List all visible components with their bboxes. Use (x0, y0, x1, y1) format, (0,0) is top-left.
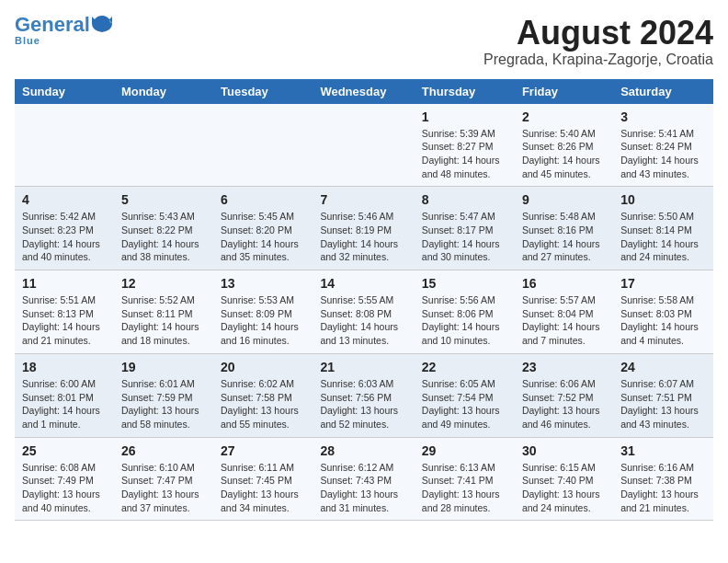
day-info: Sunrise: 6:15 AM Sunset: 7:40 PM Dayligh… (522, 461, 606, 515)
day-number: 5 (121, 192, 206, 207)
logo-icon (92, 14, 112, 34)
calendar-cell: 5Sunrise: 5:43 AM Sunset: 8:22 PM Daylig… (114, 187, 213, 270)
title-block: August 2024 Pregrada, Krapina-Zagorje, C… (483, 15, 713, 68)
calendar-cell: 17Sunrise: 5:58 AM Sunset: 8:03 PM Dayli… (613, 270, 713, 354)
day-info: Sunrise: 5:50 AM Sunset: 8:14 PM Dayligh… (620, 210, 706, 264)
calendar-cell (313, 104, 414, 187)
calendar-cell: 31Sunrise: 6:16 AM Sunset: 7:38 PM Dayli… (613, 437, 713, 521)
calendar-week-5: 25Sunrise: 6:08 AM Sunset: 7:49 PM Dayli… (15, 437, 713, 521)
day-info: Sunrise: 5:52 AM Sunset: 8:11 PM Dayligh… (121, 293, 206, 348)
day-info: Sunrise: 5:41 AM Sunset: 8:24 PM Dayligh… (620, 127, 706, 181)
calendar-cell: 27Sunrise: 6:11 AM Sunset: 7:45 PM Dayli… (213, 437, 313, 521)
calendar-cell: 24Sunrise: 6:07 AM Sunset: 7:51 PM Dayli… (613, 353, 713, 437)
day-info: Sunrise: 5:55 AM Sunset: 8:08 PM Dayligh… (320, 293, 406, 348)
calendar-cell: 19Sunrise: 6:01 AM Sunset: 7:59 PM Dayli… (114, 353, 213, 437)
calendar-cell: 4Sunrise: 5:42 AM Sunset: 8:23 PM Daylig… (15, 187, 114, 270)
page-header: General Blue August 2024 Pregrada, Krapi… (15, 15, 713, 68)
day-info: Sunrise: 6:03 AM Sunset: 7:56 PM Dayligh… (320, 377, 406, 431)
day-number: 26 (121, 443, 206, 458)
calendar-week-4: 18Sunrise: 6:00 AM Sunset: 8:01 PM Dayli… (15, 353, 713, 437)
calendar-cell: 14Sunrise: 5:55 AM Sunset: 8:08 PM Dayli… (313, 270, 414, 354)
day-info: Sunrise: 5:57 AM Sunset: 8:04 PM Dayligh… (522, 293, 606, 348)
calendar-cell (213, 104, 313, 187)
day-number: 4 (22, 192, 107, 207)
calendar-cell: 15Sunrise: 5:56 AM Sunset: 8:06 PM Dayli… (415, 270, 515, 354)
day-info: Sunrise: 6:10 AM Sunset: 7:47 PM Dayligh… (121, 461, 206, 515)
logo-blue: Blue (15, 35, 40, 46)
calendar-cell (15, 104, 114, 187)
day-number: 24 (620, 360, 706, 374)
calendar-cell: 29Sunrise: 6:13 AM Sunset: 7:41 PM Dayli… (415, 437, 515, 521)
calendar-cell: 25Sunrise: 6:08 AM Sunset: 7:49 PM Dayli… (15, 437, 114, 521)
day-number: 13 (221, 276, 305, 291)
weekday-header-friday: Friday (515, 79, 613, 104)
day-number: 7 (320, 192, 406, 207)
day-info: Sunrise: 5:45 AM Sunset: 8:20 PM Dayligh… (221, 210, 305, 264)
day-number: 11 (22, 276, 107, 291)
day-info: Sunrise: 5:47 AM Sunset: 8:17 PM Dayligh… (422, 210, 507, 264)
day-number: 25 (22, 443, 107, 458)
calendar-cell: 20Sunrise: 6:02 AM Sunset: 7:58 PM Dayli… (213, 353, 313, 437)
calendar-week-3: 11Sunrise: 5:51 AM Sunset: 8:13 PM Dayli… (15, 270, 713, 354)
day-info: Sunrise: 6:06 AM Sunset: 7:52 PM Dayligh… (522, 377, 606, 431)
calendar-cell: 23Sunrise: 6:06 AM Sunset: 7:52 PM Dayli… (515, 353, 613, 437)
day-info: Sunrise: 5:39 AM Sunset: 8:27 PM Dayligh… (422, 127, 507, 181)
calendar-week-2: 4Sunrise: 5:42 AM Sunset: 8:23 PM Daylig… (15, 187, 713, 270)
location: Pregrada, Krapina-Zagorje, Croatia (483, 52, 713, 68)
calendar-cell: 1Sunrise: 5:39 AM Sunset: 8:27 PM Daylig… (415, 104, 515, 187)
calendar-cell: 3Sunrise: 5:41 AM Sunset: 8:24 PM Daylig… (613, 104, 713, 187)
calendar-table: SundayMondayTuesdayWednesdayThursdayFrid… (15, 79, 713, 522)
day-info: Sunrise: 5:40 AM Sunset: 8:26 PM Dayligh… (522, 127, 606, 181)
calendar-cell: 30Sunrise: 6:15 AM Sunset: 7:40 PM Dayli… (515, 437, 613, 521)
weekday-header-tuesday: Tuesday (213, 79, 313, 104)
weekday-header-row: SundayMondayTuesdayWednesdayThursdayFrid… (15, 79, 713, 104)
calendar-cell: 2Sunrise: 5:40 AM Sunset: 8:26 PM Daylig… (515, 104, 613, 187)
day-number: 22 (422, 360, 507, 374)
day-info: Sunrise: 5:58 AM Sunset: 8:03 PM Dayligh… (620, 293, 706, 348)
day-info: Sunrise: 6:00 AM Sunset: 8:01 PM Dayligh… (22, 377, 107, 431)
day-number: 29 (422, 443, 507, 458)
calendar-cell: 8Sunrise: 5:47 AM Sunset: 8:17 PM Daylig… (415, 187, 515, 270)
calendar-cell: 18Sunrise: 6:00 AM Sunset: 8:01 PM Dayli… (15, 353, 114, 437)
calendar-cell: 28Sunrise: 6:12 AM Sunset: 7:43 PM Dayli… (313, 437, 414, 521)
day-number: 12 (121, 276, 206, 291)
day-info: Sunrise: 6:07 AM Sunset: 7:51 PM Dayligh… (620, 377, 706, 431)
day-number: 17 (620, 276, 706, 291)
calendar-cell (114, 104, 213, 187)
calendar-cell: 7Sunrise: 5:46 AM Sunset: 8:19 PM Daylig… (313, 187, 414, 270)
day-number: 16 (522, 276, 606, 291)
day-info: Sunrise: 5:51 AM Sunset: 8:13 PM Dayligh… (22, 293, 107, 348)
day-number: 28 (320, 443, 406, 458)
day-number: 1 (422, 109, 507, 124)
calendar-cell: 22Sunrise: 6:05 AM Sunset: 7:54 PM Dayli… (415, 353, 515, 437)
calendar-week-1: 1Sunrise: 5:39 AM Sunset: 8:27 PM Daylig… (15, 104, 713, 187)
calendar-cell: 12Sunrise: 5:52 AM Sunset: 8:11 PM Dayli… (114, 270, 213, 354)
day-number: 9 (522, 192, 606, 207)
day-number: 2 (522, 109, 606, 124)
weekday-header-saturday: Saturday (613, 79, 713, 104)
day-info: Sunrise: 5:46 AM Sunset: 8:19 PM Dayligh… (320, 210, 406, 264)
logo: General Blue (15, 15, 112, 46)
day-info: Sunrise: 6:12 AM Sunset: 7:43 PM Dayligh… (320, 461, 406, 515)
logo-text: General (15, 15, 90, 35)
calendar-cell: 11Sunrise: 5:51 AM Sunset: 8:13 PM Dayli… (15, 270, 114, 354)
day-info: Sunrise: 6:01 AM Sunset: 7:59 PM Dayligh… (121, 377, 206, 431)
day-info: Sunrise: 5:48 AM Sunset: 8:16 PM Dayligh… (522, 210, 606, 264)
day-number: 20 (221, 360, 305, 374)
day-number: 6 (221, 192, 305, 207)
weekday-header-thursday: Thursday (415, 79, 515, 104)
day-number: 31 (620, 443, 706, 458)
day-info: Sunrise: 6:13 AM Sunset: 7:41 PM Dayligh… (422, 461, 507, 515)
weekday-header-sunday: Sunday (15, 79, 114, 104)
day-number: 27 (221, 443, 305, 458)
day-info: Sunrise: 6:16 AM Sunset: 7:38 PM Dayligh… (620, 461, 706, 515)
calendar-cell: 13Sunrise: 5:53 AM Sunset: 8:09 PM Dayli… (213, 270, 313, 354)
day-number: 14 (320, 276, 406, 291)
calendar-cell: 9Sunrise: 5:48 AM Sunset: 8:16 PM Daylig… (515, 187, 613, 270)
weekday-header-wednesday: Wednesday (313, 79, 414, 104)
day-number: 18 (22, 360, 107, 374)
day-info: Sunrise: 6:11 AM Sunset: 7:45 PM Dayligh… (221, 461, 305, 515)
day-number: 10 (620, 192, 706, 207)
logo-general: General (15, 13, 90, 36)
day-number: 19 (121, 360, 206, 374)
